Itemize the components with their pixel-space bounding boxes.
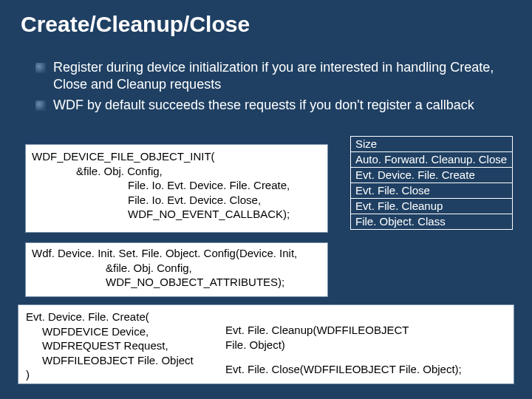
bullet-icon [35,63,46,73]
code-line: WDF_DEVICE_FILE_OBJECT_INIT( [32,149,321,164]
bullet-text: Register during device initialization if… [53,59,502,92]
code-block-setconfig: Wdf. Device. Init. Set. File. Object. Co… [25,242,328,297]
struct-row: Evt. File. Close [350,183,513,199]
callbacks-left: Evt. Device. File. Create( WDFDEVICE Dev… [26,310,225,382]
code-line: WDFFILEOBJECT File. Object [26,353,225,368]
code-block-callbacks: Evt. Device. File. Create( WDFDEVICE Dev… [18,304,514,384]
bullet-item: Register during device initialization if… [35,59,502,92]
code-line: Evt. Device. File. Create( [26,310,225,324]
code-line: &file. Obj. Config, [32,261,321,276]
code-line: Evt. File. Cleanup(WDFFILEOBJECT [225,323,506,338]
code-line: WDFREQUEST Request, [26,338,225,353]
code-line: WDF_NO_OBJECT_ATTRIBUTES); [32,275,321,290]
code-line: File. Io. Evt. Device. Close, [32,193,321,208]
slide: Create/Cleanup/Close Register during dev… [0,0,532,399]
code-line: Wdf. Device. Init. Set. File. Object. Co… [32,246,321,261]
bullet-icon [35,100,46,111]
struct-table: Size Auto. Forward. Cleanup. Close Evt. … [350,136,513,229]
struct-row: Size [350,136,513,152]
slide-title: Create/Cleanup/Close [21,12,250,37]
code-line: &file. Obj. Config, [32,164,321,179]
code-block-init: WDF_DEVICE_FILE_OBJECT_INIT( &file. Obj.… [25,144,328,233]
code-line: File. Object) [225,338,506,352]
code-line: ) [26,367,225,382]
code-line: Evt. File. Close(WDFFILEOBJECT File. Obj… [225,362,506,377]
struct-row: Auto. Forward. Cleanup. Close [350,151,513,168]
struct-row: Evt. Device. File. Create [350,167,513,183]
struct-row: File. Object. Class [350,214,513,230]
code-line: WDF_NO_EVENT_CALLBACK); [32,207,321,222]
struct-row: Evt. File. Cleanup [350,198,513,214]
callbacks-right: Evt. File. Cleanup(WDFFILEOBJECT File. O… [225,310,506,382]
bullet-list: Register during device initialization if… [35,59,502,118]
spacer [225,352,506,362]
bullet-item: WDF by default succeeds these requests i… [35,97,502,114]
code-line: File. Io. Evt. Device. File. Create, [32,178,321,193]
code-line: WDFDEVICE Device, [26,324,225,339]
bullet-text: WDF by default succeeds these requests i… [53,97,502,114]
